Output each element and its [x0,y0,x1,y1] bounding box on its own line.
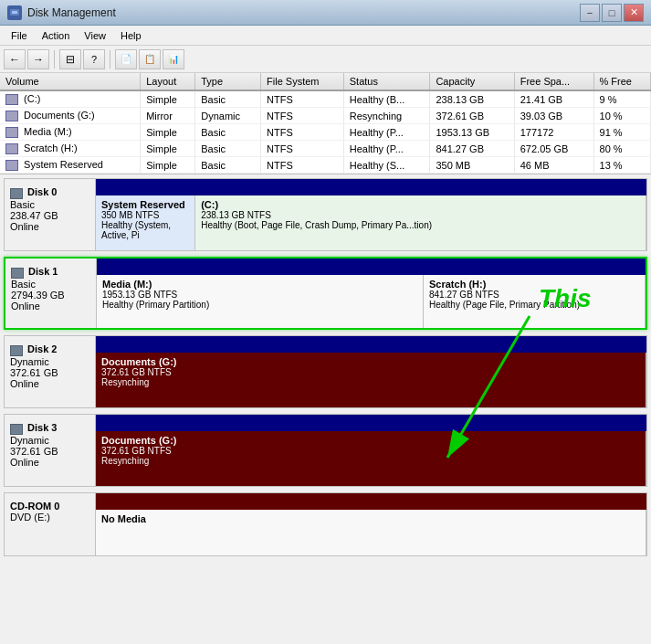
cell-capacity: 350 MB [430,157,514,174]
disk-header-bar [97,259,646,275]
cell-pct: 13 % [593,157,650,174]
partition-status: Healthy (Primary Partition) [102,300,417,310]
partition-name: Scratch (H:) [429,279,639,290]
disk-size: 372.61 GB [10,446,89,457]
cell-volume: Media (M:) [0,124,141,141]
up-button[interactable]: ⊟ [59,49,81,69]
toolbar: ← → ⊟ ? 📄 📋 📊 [0,46,651,73]
col-capacity[interactable]: Capacity [430,73,514,90]
app-icon [7,5,22,20]
doc-button-3[interactable]: 📊 [163,49,184,69]
disk-row: Disk 1 Basic 2794.39 GB Online Media (M:… [4,257,647,330]
menu-help[interactable]: Help [113,28,149,43]
partition-status: Healthy (System, Active, Pi [101,220,189,240]
table-row[interactable]: Media (M:) Simple Basic NTFS Healthy (P.… [0,124,651,141]
col-layout[interactable]: Layout [141,73,195,90]
disk-type: Dynamic [10,356,89,367]
disk-label: Disk 0 Basic 238.47 GB Online [5,179,96,250]
disk-row: Disk 3 Dynamic 372.61 GB Online Document… [4,414,647,487]
cell-status: Healthy (S... [343,157,430,174]
table-row[interactable]: Documents (G:) Mirror Dynamic NTFS Resyn… [0,108,651,124]
menu-view[interactable]: View [77,28,113,43]
cell-fs: NTFS [261,157,344,174]
restore-button[interactable]: □ [602,4,622,22]
cell-status: Healthy (P... [343,124,430,141]
disk-row: Disk 0 Basic 238.47 GB Online System Res… [4,178,647,251]
partition[interactable]: (C:) 238.13 GB NTFS Healthy (Boot, Page … [195,195,646,250]
cell-free: 39.03 GB [514,108,593,124]
partition-name: (C:) [201,199,640,210]
disk-parts-row: Documents (G:) 372.61 GB NTFS Resynching [96,353,646,407]
cdrom-partition: No Media [96,510,646,555]
cell-capacity: 372.61 GB [430,108,514,124]
cell-fs: NTFS [261,124,344,141]
disk-partitions: System Reserved 350 MB NTFS Healthy (Sys… [96,179,646,250]
doc-button-1[interactable]: 📄 [115,49,137,69]
partition[interactable]: Scratch (H:) 841.27 GB NTFS Healthy (Pag… [424,275,646,328]
disk-id: Disk 3 [10,422,89,434]
table-row[interactable]: Scratch (H:) Simple Basic NTFS Healthy (… [0,141,651,157]
minimize-button[interactable]: − [580,4,600,22]
disk-row: Disk 2 Dynamic 372.61 GB Online Document… [4,335,647,408]
partition[interactable]: System Reserved 350 MB NTFS Healthy (Sys… [96,195,195,250]
cell-pct: 10 % [593,108,650,124]
cell-fs: NTFS [261,90,344,108]
col-pctfree[interactable]: % Free [593,73,650,90]
title-bar: Disk Management − □ ✕ [0,0,651,26]
col-status[interactable]: Status [343,73,430,90]
toolbar-sep-1 [54,50,55,69]
cell-status: Healthy (P... [343,141,430,157]
cell-pct: 80 % [593,141,650,157]
doc-button-2[interactable]: 📋 [139,49,161,69]
menu-file[interactable]: File [4,28,35,43]
disk-parts-row: System Reserved 350 MB NTFS Healthy (Sys… [96,195,646,250]
col-volume[interactable]: Volume [0,73,141,90]
cell-capacity: 238.13 GB [430,90,514,108]
cell-type: Basic [195,157,261,174]
cell-type: Basic [195,90,261,108]
help-button[interactable]: ? [83,49,105,69]
cell-status: Resynching [343,108,430,124]
cell-fs: NTFS [261,108,344,124]
cdrom-label: CD-ROM 0 DVD (E:) [5,493,96,555]
close-button[interactable]: ✕ [624,4,644,22]
cell-layout: Mirror [141,108,195,124]
disk-header-bar [96,415,646,431]
cell-layout: Simple [141,90,195,108]
cell-layout: Simple [141,141,195,157]
menu-action[interactable]: Action [35,28,78,43]
col-type[interactable]: Type [195,73,261,90]
partition-size: 350 MB NTFS [101,210,189,220]
partition-size: 238.13 GB NTFS [201,210,640,220]
cell-volume: Scratch (H:) [0,141,141,157]
cdrom-id: CD-ROM 0 [10,501,89,512]
main-container: Volume Layout Type File System Status Ca… [0,73,651,644]
disk-header-bar [96,336,646,353]
cell-pct: 91 % [593,124,650,141]
partition-status: Resynching [101,456,640,466]
partition-name: Media (M:) [102,279,417,290]
volume-list: Volume Layout Type File System Status Ca… [0,73,651,174]
forward-button[interactable]: → [27,49,49,69]
cell-capacity: 841.27 GB [430,141,514,157]
partition-status: Healthy (Boot, Page File, Crash Dump, Pr… [201,220,640,230]
disk-area: Disk 0 Basic 238.47 GB Online System Res… [0,174,651,644]
col-freespace[interactable]: Free Spa... [514,73,593,90]
table-row[interactable]: (C:) Simple Basic NTFS Healthy (B... 238… [0,90,651,108]
disk-size: 372.61 GB [10,367,89,378]
cdrom-header-bar [96,493,646,510]
cell-type: Dynamic [195,108,261,124]
partition[interactable]: Media (M:) 1953.13 GB NTFS Healthy (Prim… [97,275,424,328]
cdrom-media: No Media [101,513,640,524]
disk-parts-row: Media (M:) 1953.13 GB NTFS Healthy (Prim… [97,275,646,328]
disk-partitions: Documents (G:) 372.61 GB NTFS Resynching [96,336,646,407]
partition-name: Documents (G:) [101,435,640,446]
cell-free: 672.05 GB [514,141,593,157]
cell-free: 46 MB [514,157,593,174]
cell-fs: NTFS [261,141,344,157]
back-button[interactable]: ← [4,49,26,69]
partition[interactable]: Documents (G:) 372.61 GB NTFS Resynching [96,353,646,407]
col-filesystem[interactable]: File System [261,73,344,90]
table-row[interactable]: System Reserved Simple Basic NTFS Health… [0,157,651,174]
partition[interactable]: Documents (G:) 372.61 GB NTFS Resynching [96,431,646,486]
